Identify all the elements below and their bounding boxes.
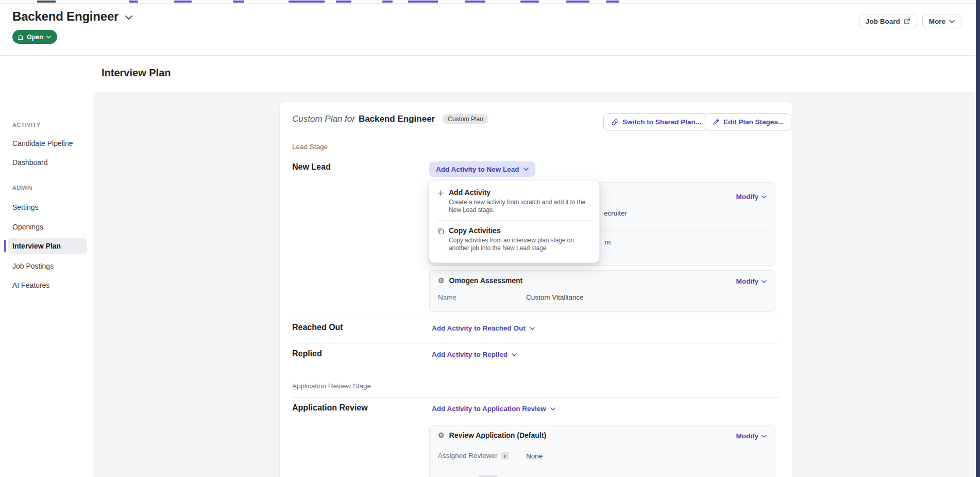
sidebar-item-interview-plan[interactable]: Interview Plan [8,238,87,254]
external-link-icon [904,18,910,25]
assessment-card-header: ⚙ Omogen Assessment [438,276,522,285]
cutoff-link-fragment [606,1,619,3]
sidebar-item-settings[interactable]: Settings [8,200,87,215]
field-label-assigned-reviewer: Assigned Reviewer i [438,452,509,459]
add-activity-to-reached-out-link[interactable]: Add Activity to Reached Out [432,324,535,332]
gear-icon: ⚙ [438,277,445,284]
main-content: Interview Plan Custom Plan for Backend E… [93,56,976,477]
menu-item-copy-activities[interactable]: Copy Activities Copy activities from an … [429,224,599,256]
sidebar-section-activity: ACTIVITY [12,122,41,128]
lead-stage-label: Lead Stage [292,143,328,151]
menu-item-description: Create a new activity from scratch and a… [449,199,591,213]
review-card-header: ⚙ Review Application (Default) [438,431,546,439]
sidebar-item-dashboard[interactable]: Dashboard [8,155,87,170]
chevron-down-icon [762,280,767,283]
field-value-name: Custom Vitalliance [526,293,584,301]
chevron-down-icon [523,168,529,171]
chevron-down-icon [550,407,555,410]
menu-desc-line: Copy activities from an interview plan s… [449,237,591,244]
plan-heading-prefix: Custom Plan for [292,114,355,124]
chevron-down-icon [530,327,535,330]
covered-field-value-fragment: ecruiter [604,209,627,217]
page-title-bar: Interview Plan [93,56,976,92]
divider [437,220,591,221]
job-status-label: Open [27,34,43,41]
menu-item-title: Copy Activities [449,226,591,235]
edit-plan-stages-label: Edit Plan Stages... [723,118,784,126]
stage-name-reached-out: Reached Out [292,323,343,332]
menu-desc-line: another job into the New Lead stage. [449,244,591,252]
cutoff-link-fragment [566,1,589,3]
cutoff-breadcrumb-strip [0,0,980,4]
add-activity-to-application-review-link[interactable]: Add Activity to Application Review [432,405,555,413]
plan-heading-job: Backend Engineer [359,114,435,124]
job-status-badge[interactable]: Open [12,30,57,44]
stage-name-replied: Replied [292,349,322,358]
modify-button[interactable]: Modify [736,432,767,440]
copy-icon [437,226,449,252]
sidebar: ACTIVITY Candidate Pipeline Dashboard AD… [0,56,93,477]
chevron-down-icon [949,20,955,23]
modify-button[interactable]: Modify [736,277,767,285]
gear-icon: ⚙ [438,432,445,439]
job-board-button[interactable]: Job Board [859,14,917,28]
menu-desc-line: Create a new activity from scratch and a… [449,199,591,206]
job-title-row[interactable]: Backend Engineer [12,9,133,24]
cutoff-link-fragment [520,1,539,3]
switch-to-shared-plan-button[interactable]: Switch to Shared Plan... [603,113,709,130]
cutoff-link-fragment [382,1,393,3]
sidebar-item-candidate-pipeline[interactable]: Candidate Pipeline [8,136,87,151]
edit-plan-stages-button[interactable]: Edit Plan Stages... [705,113,791,130]
cutoff-link-fragment [233,1,244,3]
assessment-activity-card: ⚙ Omogen Assessment Modify Name Custom V… [429,270,775,312]
review-card-title: Review Application (Default) [449,431,547,439]
divider [292,343,780,343]
more-button[interactable]: More [922,14,961,28]
assigned-reviewer-label: Assigned Reviewer [438,452,498,459]
chevron-down-icon [762,195,767,199]
job-header: Backend Engineer Open Job Board More [0,4,980,56]
divider [292,317,780,317]
review-application-card: ⚙ Review Application (Default) Modify As… [429,425,775,477]
sidebar-item-ai-features[interactable]: AI Features [8,277,87,293]
covered-field-value-fragment: m [605,238,611,246]
chevron-down-icon [762,435,767,438]
modify-label: Modify [736,277,759,285]
job-title: Backend Engineer [12,9,119,24]
scrollbar[interactable] [976,0,980,477]
info-icon[interactable]: i [501,452,509,459]
more-label: More [929,18,945,25]
chevron-down-icon [46,36,51,39]
plus-icon [437,188,449,213]
cutoff-link-fragment [289,1,325,3]
custom-plan-badge: Custom Plan [443,114,488,124]
archway-icon [18,34,24,40]
sidebar-item-openings[interactable]: Openings [8,219,87,235]
menu-item-add-activity[interactable]: Add Activity Create a new activity from … [429,186,599,218]
sidebar-item-job-postings[interactable]: Job Postings [8,258,87,274]
interview-plan-panel: Custom Plan for Backend Engineer Custom … [279,102,793,477]
chevron-down-icon [125,15,133,20]
modify-label: Modify [736,193,759,201]
link-icon [611,119,618,126]
cutoff-link-fragment [465,1,485,3]
job-board-label: Job Board [866,18,900,25]
sidebar-section-admin: ADMIN [12,185,32,191]
pencil-icon [713,119,719,125]
add-activity-to-application-review-label: Add Activity to Application Review [432,405,546,413]
cutoff-link-fragment [129,1,138,3]
chevron-down-icon [512,353,517,356]
assessment-card-title: Omogen Assessment [449,276,523,285]
add-activity-to-new-lead-button[interactable]: Add Activity to New Lead [429,161,535,177]
header-actions: Job Board More [859,14,961,28]
active-item-indicator [4,240,6,252]
add-activity-to-reached-out-label: Add Activity to Reached Out [432,324,526,332]
menu-item-description: Copy activities from an interview plan s… [449,237,591,252]
add-activity-dropdown-menu: Add Activity Create a new activity from … [429,180,600,263]
modify-button[interactable]: Modify [736,193,767,201]
plan-heading: Custom Plan for Backend Engineer Custom … [292,114,488,124]
modify-label: Modify [736,432,759,440]
add-activity-to-replied-link[interactable]: Add Activity to Replied [432,351,517,358]
stage-name-application-review: Application Review [292,403,368,413]
cutoff-link-fragment [37,1,56,3]
